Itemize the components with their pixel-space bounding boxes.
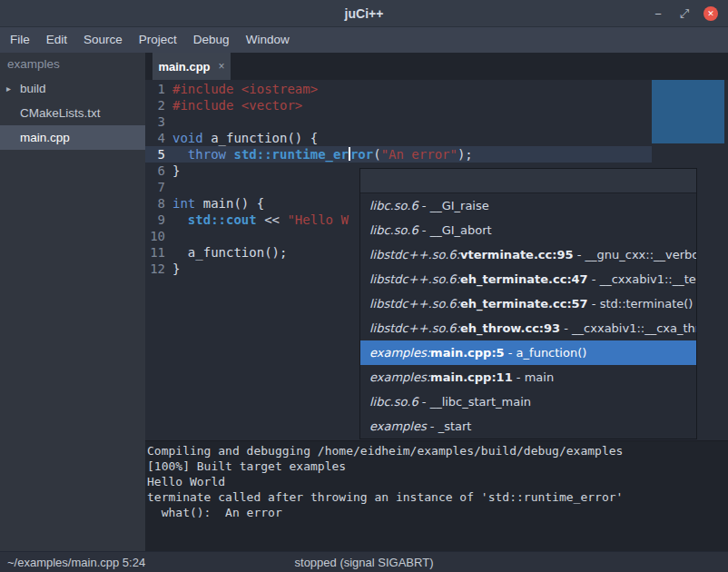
code-line-3: 3 bbox=[145, 113, 728, 130]
code-text bbox=[169, 228, 172, 244]
frame-location: eh_terminate.cc:57 bbox=[460, 297, 588, 311]
menubar: FileEditSourceProjectDebugWindow bbox=[0, 27, 728, 53]
frame-library: libc.so.6 bbox=[369, 223, 418, 237]
tab-bar: main.cpp × bbox=[145, 53, 728, 80]
status-bar: ~/examples/main.cpp 5:24 stopped (signal… bbox=[0, 551, 728, 572]
frame-function: - __GI_abort bbox=[418, 223, 492, 237]
file-tree-item-label: CMakeLists.txt bbox=[20, 106, 101, 120]
stack-frame-list: libc.so.6 - __GI_raiselibc.so.6 - __GI_a… bbox=[360, 193, 696, 439]
minimize-icon[interactable]: − bbox=[651, 6, 665, 21]
line-number: 5 bbox=[145, 146, 169, 163]
stack-frame-popup: libc.so.6 - __GI_raiselibc.so.6 - __GI_a… bbox=[359, 168, 697, 439]
code-text: } bbox=[169, 261, 180, 277]
code-text: int main() { bbox=[169, 195, 264, 212]
jucipp-window: juCi++ − ⤢ ✕ FileEditSourceProjectDebugW… bbox=[0, 0, 728, 572]
stack-frame-item[interactable]: libstdc++.so.6:vterminate.cc:95 - __gnu_… bbox=[360, 242, 696, 267]
frame-library: libc.so.6 bbox=[369, 395, 418, 409]
stack-frame-item[interactable]: examples:main.cpp:5 - a_function() bbox=[360, 340, 696, 365]
menu-window[interactable]: Window bbox=[238, 27, 298, 53]
file-tree-item-cmakelists-txt[interactable]: CMakeLists.txt bbox=[0, 101, 145, 125]
file-tree-item-build[interactable]: ▸build bbox=[0, 76, 145, 101]
stack-frame-item[interactable]: examples:main.cpp:11 - main bbox=[360, 365, 696, 390]
stack-frame-item[interactable]: libstdc++.so.6:eh_terminate.cc:47 - __cx… bbox=[360, 267, 696, 291]
stack-frame-item[interactable]: libc.so.6 - __GI_abort bbox=[360, 218, 696, 242]
frame-library: libc.so.6 bbox=[369, 199, 418, 212]
frame-function: - _start bbox=[427, 419, 472, 433]
line-number: 12 bbox=[145, 261, 169, 277]
file-tree-item-label: build bbox=[20, 82, 46, 95]
frame-library: libstdc++.so.6: bbox=[369, 248, 460, 261]
file-tree-items: ▸buildCMakeLists.txtmain.cpp bbox=[0, 76, 145, 150]
frame-library: examples: bbox=[369, 346, 430, 360]
frame-function: - a_function() bbox=[505, 346, 587, 360]
status-file-position: ~/examples/main.cpp 5:24 bbox=[0, 556, 145, 569]
terminal-line: [100%] Built target examples bbox=[147, 459, 728, 474]
frame-location: vterminate.cc:95 bbox=[460, 248, 574, 261]
code-line-1: 1#include <iostream> bbox=[145, 81, 728, 97]
line-number: 7 bbox=[145, 179, 169, 195]
terminal-line: Hello World bbox=[147, 474, 728, 489]
frame-library: examples: bbox=[369, 370, 430, 384]
overview-box bbox=[652, 80, 724, 143]
code-text: throw std::runtime_error("An error"); bbox=[169, 146, 473, 163]
frame-library: libstdc++.so.6: bbox=[369, 321, 460, 335]
stack-frame-item[interactable]: examples - _start bbox=[360, 414, 696, 439]
menu-edit[interactable]: Edit bbox=[38, 27, 75, 53]
stack-frame-item[interactable]: libc.so.6 - __GI_raise bbox=[360, 193, 696, 218]
frame-library: libstdc++.so.6: bbox=[369, 272, 460, 286]
code-text: #include <vector> bbox=[169, 97, 302, 113]
tab-close-icon[interactable]: × bbox=[219, 60, 225, 73]
code-text: void a_function() { bbox=[169, 130, 318, 146]
frame-function: - std::terminate() bbox=[588, 297, 694, 311]
line-number: 4 bbox=[145, 130, 169, 146]
menu-file[interactable]: File bbox=[2, 27, 38, 53]
terminal-line: Compiling and debugging /home/eidheim/ex… bbox=[147, 443, 728, 459]
window-controls: − ⤢ ✕ bbox=[651, 0, 718, 27]
stack-frame-item[interactable]: libc.so.6 - __libc_start_main bbox=[360, 390, 696, 414]
frame-function: - __cxxabiv1::__term bbox=[588, 272, 696, 286]
terminal-line: terminate called after throwing an insta… bbox=[147, 489, 728, 505]
close-icon[interactable]: ✕ bbox=[703, 6, 718, 21]
menu-source[interactable]: Source bbox=[75, 27, 131, 53]
titlebar[interactable]: juCi++ − ⤢ ✕ bbox=[0, 0, 728, 27]
frame-location: main.cpp:11 bbox=[430, 370, 513, 384]
frame-function: - __libc_start_main bbox=[418, 395, 531, 409]
frame-location: main.cpp:5 bbox=[430, 346, 505, 360]
file-tree-item-label: main.cpp bbox=[20, 131, 70, 144]
line-number: 8 bbox=[145, 195, 169, 212]
frame-function: - main bbox=[513, 370, 554, 384]
stack-frame-item[interactable]: libstdc++.so.6:eh_throw.cc:93 - __cxxabi… bbox=[360, 316, 696, 340]
project-folder-label: examples bbox=[0, 53, 145, 76]
tab-label: main.cpp bbox=[158, 60, 210, 74]
code-line-2: 2#include <vector> bbox=[145, 97, 728, 113]
line-number: 6 bbox=[145, 163, 169, 179]
file-tree: examples ▸buildCMakeLists.txtmain.cpp bbox=[0, 53, 145, 551]
frame-function: - __GI_raise bbox=[418, 199, 489, 212]
line-number: 11 bbox=[145, 244, 169, 261]
frame-function: - __cxxabiv1::__cxa_thro bbox=[560, 321, 696, 335]
frame-function: - __gnu_cxx::__verbos bbox=[574, 248, 696, 261]
code-text: #include <iostream> bbox=[169, 81, 318, 97]
chevron-right-icon[interactable]: ▸ bbox=[6, 84, 11, 94]
line-number: 2 bbox=[145, 97, 169, 113]
line-number: 1 bbox=[145, 81, 169, 97]
file-tree-item-main-cpp[interactable]: main.cpp bbox=[0, 125, 145, 150]
popup-search-input[interactable] bbox=[360, 169, 696, 193]
restore-icon[interactable]: ⤢ bbox=[677, 6, 692, 21]
line-number: 10 bbox=[145, 228, 169, 244]
menu-project[interactable]: Project bbox=[131, 27, 185, 53]
frame-location: eh_throw.cc:93 bbox=[460, 321, 560, 335]
code-text: } bbox=[169, 163, 180, 179]
frame-location: eh_terminate.cc:47 bbox=[460, 272, 588, 286]
output-terminal[interactable]: Compiling and debugging /home/eidheim/ex… bbox=[145, 440, 728, 551]
code-text bbox=[169, 113, 172, 130]
code-text bbox=[169, 179, 172, 195]
terminal-line: what(): An error bbox=[147, 505, 728, 520]
menu-debug[interactable]: Debug bbox=[185, 27, 238, 53]
line-number: 3 bbox=[145, 113, 169, 130]
code-line-4: 4void a_function() { bbox=[145, 130, 728, 146]
tab-main-cpp[interactable]: main.cpp × bbox=[152, 53, 231, 80]
frame-library: libstdc++.so.6: bbox=[369, 297, 460, 311]
code-line-5: 5 throw std::runtime_error("An error"); bbox=[145, 146, 728, 163]
stack-frame-item[interactable]: libstdc++.so.6:eh_terminate.cc:57 - std:… bbox=[360, 291, 696, 316]
